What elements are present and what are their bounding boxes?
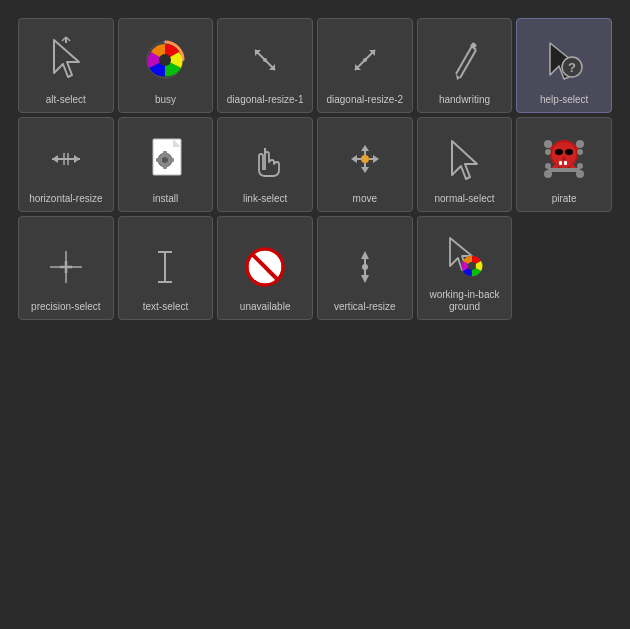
cursor-item-busy[interactable]: busy — [118, 18, 214, 113]
cursor-item-working-in-background[interactable]: working-in-back ground — [417, 216, 513, 320]
svg-rect-36 — [170, 158, 174, 162]
cursor-label: busy — [155, 94, 176, 106]
cursor-item-move[interactable]: move — [317, 117, 413, 212]
svg-point-6 — [159, 54, 171, 66]
cursor-item-precision-select[interactable]: precision-select — [18, 216, 114, 320]
diagonal-resize-1-icon — [235, 30, 295, 90]
svg-marker-82 — [361, 251, 369, 259]
cursor-label: normal-select — [434, 193, 494, 205]
vertical-resize-icon — [335, 237, 395, 297]
svg-marker-20 — [456, 74, 460, 80]
text-select-icon — [135, 237, 195, 297]
horizontal-resize-icon — [36, 129, 96, 189]
svg-marker-27 — [74, 155, 80, 163]
precision-select-icon — [36, 237, 96, 297]
help-select-icon: ? — [534, 30, 594, 90]
svg-marker-45 — [351, 155, 357, 163]
handwriting-icon — [434, 30, 494, 90]
install-icon — [135, 129, 195, 189]
svg-point-16 — [363, 58, 367, 62]
cursor-item-vertical-resize[interactable]: vertical-resize — [317, 216, 413, 320]
link-select-icon — [235, 129, 295, 189]
cursor-item-install[interactable]: install — [118, 117, 214, 212]
cursor-label: alt-select — [46, 94, 86, 106]
cursor-item-text-select[interactable]: text-select — [118, 216, 214, 320]
cursor-label: unavailable — [240, 301, 291, 313]
svg-point-11 — [263, 58, 267, 62]
svg-rect-71 — [564, 161, 567, 165]
cursor-item-diagonal-resize-2[interactable]: diagonal-resize-2 — [317, 18, 413, 113]
unavailable-icon — [235, 237, 295, 297]
svg-point-66 — [577, 149, 583, 155]
cursor-label: pirate — [552, 193, 577, 205]
cursor-label: help-select — [540, 94, 588, 106]
cursor-label: diagonal-resize-1 — [227, 94, 304, 106]
cursor-item-pirate[interactable]: pirate — [516, 117, 612, 212]
svg-point-69 — [565, 149, 573, 155]
svg-marker-26 — [52, 155, 58, 163]
svg-point-32 — [162, 157, 168, 163]
cursor-label: handwriting — [439, 94, 490, 106]
svg-marker-84 — [361, 275, 369, 283]
cursor-label: move — [353, 193, 377, 205]
cursor-item-handwriting[interactable]: handwriting — [417, 18, 513, 113]
cursor-label: install — [153, 193, 179, 205]
cursor-item-help-select[interactable]: ? help-select — [516, 18, 612, 113]
cursor-item-link-select[interactable]: link-select — [217, 117, 313, 212]
svg-marker-43 — [361, 167, 369, 173]
cursor-label: working-in-back ground — [429, 289, 499, 313]
move-icon — [335, 129, 395, 189]
working-in-background-icon — [434, 225, 494, 285]
cursor-item-horizontal-resize[interactable]: horizontal-resize — [18, 117, 114, 212]
cursor-item-unavailable[interactable]: unavailable — [217, 216, 313, 320]
cursor-item-normal-select[interactable]: normal-select — [417, 117, 513, 212]
svg-point-40 — [361, 155, 369, 163]
cursor-item-alt-select[interactable]: alt-select — [18, 18, 114, 113]
svg-point-65 — [545, 149, 551, 155]
svg-point-63 — [544, 140, 552, 148]
cursor-label: vertical-resize — [334, 301, 396, 313]
busy-icon — [135, 30, 195, 90]
svg-text:?: ? — [568, 60, 576, 75]
cursor-label: diagonal-resize-2 — [326, 94, 403, 106]
cursor-label: link-select — [243, 193, 287, 205]
svg-point-89 — [468, 262, 476, 270]
svg-marker-41 — [361, 145, 369, 151]
svg-rect-34 — [163, 165, 167, 169]
svg-point-68 — [555, 149, 563, 155]
svg-rect-35 — [156, 158, 160, 162]
normal-select-icon — [434, 129, 494, 189]
cursor-label: text-select — [143, 301, 189, 313]
cursor-grid: alt-select busy — [10, 10, 620, 328]
svg-marker-0 — [54, 40, 79, 77]
svg-marker-47 — [373, 155, 379, 163]
svg-rect-70 — [559, 161, 562, 165]
alt-select-icon — [36, 30, 96, 90]
svg-point-86 — [362, 264, 368, 270]
diagonal-resize-2-icon — [335, 30, 395, 90]
cursor-item-diagonal-resize-1[interactable]: diagonal-resize-1 — [217, 18, 313, 113]
cursor-label: horizontal-resize — [29, 193, 102, 205]
svg-point-64 — [576, 140, 584, 148]
cursor-label: precision-select — [31, 301, 100, 313]
pirate-icon — [534, 129, 594, 189]
svg-rect-33 — [163, 151, 167, 155]
svg-marker-49 — [452, 141, 477, 179]
